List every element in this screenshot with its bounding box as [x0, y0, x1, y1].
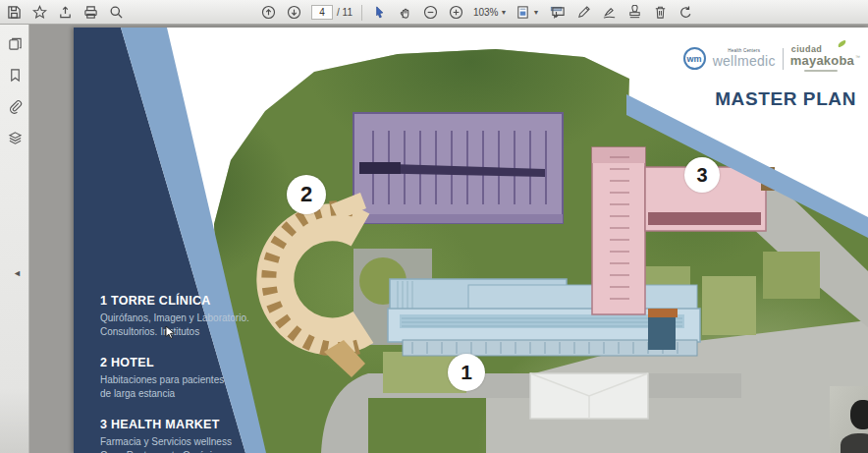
sidebar-collapse-handle[interactable]: ◄	[13, 268, 22, 278]
brand-tagline-bar	[804, 70, 838, 73]
stamp-icon[interactable]	[626, 4, 643, 21]
ciudad-mayakoba-logo: ciudad mayakoba ™	[790, 45, 854, 72]
navigation-sidebar: ◄	[0, 25, 29, 453]
legend-title: 3 HEALTH MARKET	[100, 418, 267, 431]
toolbar-group-navigate: 4 / 11 103% ▼ ▼	[260, 0, 565, 25]
page-display-dropdown[interactable]: ▼	[515, 5, 539, 20]
legend-description: Consultorios. Institutos	[100, 325, 267, 339]
marker-hotel: 2	[287, 175, 326, 214]
layers-icon[interactable]	[0, 125, 29, 150]
document-background: 1 TORRE CLÍNICA Quirófanos, Imagen y Lab…	[29, 25, 868, 453]
legend-item-hotel: 2 HOTEL Habitaciones para pacientes de l…	[100, 356, 267, 401]
marker-torre-clinica: 1	[448, 354, 485, 391]
undo-icon[interactable]	[678, 4, 694, 21]
signature-icon[interactable]	[601, 4, 618, 21]
delete-icon[interactable]	[652, 4, 669, 21]
toolbar-group-annotate	[550, 0, 694, 25]
presenter-body	[841, 433, 868, 453]
bookmarks-icon[interactable]	[0, 62, 29, 87]
toolbar-separator	[361, 5, 362, 21]
zoom-level-label: 103%	[473, 7, 499, 18]
save-icon[interactable]	[6, 4, 23, 21]
mayakoba-label: mayakoba	[790, 54, 854, 67]
wellmedic-label: wellmedic	[713, 54, 776, 68]
zoom-out-icon[interactable]	[422, 4, 439, 21]
legend-item-health-market: 3 HEALTH MARKET Farmacia y Servicios wel…	[100, 418, 267, 453]
zoom-level-dropdown[interactable]: 103% ▼	[473, 7, 508, 18]
legend-title: 1 TORRE CLÍNICA	[100, 294, 267, 308]
star-icon[interactable]	[31, 4, 48, 21]
page-number-input[interactable]: 4	[311, 5, 333, 20]
hand-tool-icon[interactable]	[397, 4, 413, 21]
marker-health-market: 3	[684, 157, 720, 193]
legend-description: de larga estancia	[100, 387, 267, 401]
legend-description: Farmacia y Servicios wellness	[100, 435, 267, 449]
presenter-webcam-overlay	[830, 386, 868, 453]
chevron-down-icon: ▼	[501, 9, 508, 16]
toolbar-group-file	[6, 0, 125, 25]
mouse-cursor-icon	[165, 325, 177, 339]
legend-title: 2 HOTEL	[100, 356, 267, 369]
page-indicator: 4 / 11	[311, 5, 353, 20]
page-title: MASTER PLAN	[715, 88, 856, 110]
presenter-head	[850, 400, 868, 429]
legend-description: Gym. Restaurante Orgánico	[100, 449, 267, 453]
zoom-in-icon[interactable]	[448, 4, 464, 21]
share-icon[interactable]	[57, 4, 74, 21]
comment-icon[interactable]	[550, 4, 567, 21]
trademark-symbol: ™	[855, 55, 860, 60]
toolbar: 4 / 11 103% ▼ ▼	[0, 0, 868, 25]
print-icon[interactable]	[82, 4, 99, 21]
page-thumbnails-icon[interactable]	[0, 30, 29, 56]
wellmedic-wordmark: Health Centers wellmedic	[713, 49, 776, 69]
attachments-icon[interactable]	[0, 93, 29, 119]
pdf-viewer-window: 4 / 11 103% ▼ ▼	[0, 0, 868, 453]
page-count-label: / 11	[337, 7, 353, 18]
pencil-icon[interactable]	[575, 4, 592, 21]
brand-divider	[783, 48, 784, 70]
select-tool-icon[interactable]	[371, 4, 388, 21]
search-icon[interactable]	[108, 4, 125, 21]
brand-header: wm Health Centers wellmedic ciudad mayak…	[683, 45, 854, 72]
legend-item-torre-clinica: 1 TORRE CLÍNICA Quirófanos, Imagen y Lab…	[100, 294, 267, 339]
legend: 1 TORRE CLÍNICA Quirófanos, Imagen y Lab…	[100, 294, 267, 453]
next-page-icon[interactable]	[286, 4, 302, 21]
pdf-page: 1 TORRE CLÍNICA Quirófanos, Imagen y Lab…	[74, 28, 868, 453]
wellmedic-logo-icon: wm	[683, 47, 706, 70]
chevron-down-icon: ▼	[532, 9, 539, 16]
legend-description: Quirófanos, Imagen y Laboratorio.	[100, 311, 267, 325]
legend-description: Habitaciones para pacientes	[100, 373, 267, 387]
previous-page-icon[interactable]	[260, 4, 277, 21]
